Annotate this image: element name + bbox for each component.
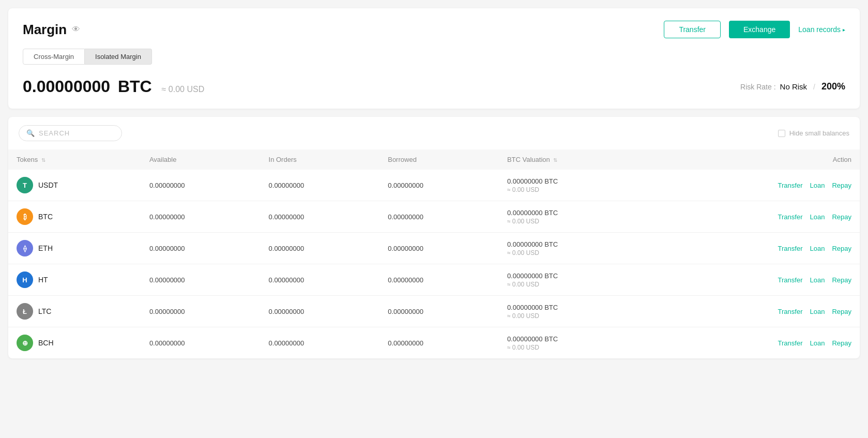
balance-btc-amount: 0.00000000 BTC bbox=[23, 77, 157, 96]
transfer-link-btc[interactable]: Transfer bbox=[778, 213, 803, 221]
transfer-link-ht[interactable]: Transfer bbox=[778, 276, 803, 284]
tab-cross-margin[interactable]: Cross-Margin bbox=[23, 49, 85, 65]
col-borrowed: Borrowed bbox=[379, 149, 499, 170]
repay-link-bch[interactable]: Repay bbox=[832, 339, 851, 347]
btc-valuation-eth: 0.00000000 BTC ≈ 0.00 USD bbox=[499, 233, 653, 264]
available-btc: 0.00000000 bbox=[141, 201, 261, 233]
col-tokens[interactable]: Tokens ⇅ bbox=[8, 149, 141, 170]
col-btc-valuation[interactable]: BTC Valuation ⇅ bbox=[499, 149, 653, 170]
loan-link-btc[interactable]: Loan bbox=[810, 213, 825, 221]
col-available: Available bbox=[141, 149, 261, 170]
risk-divider: / bbox=[813, 83, 815, 91]
token-cell-eth: ⟠ ETH bbox=[8, 233, 141, 264]
col-action: Action bbox=[653, 149, 860, 170]
token-cell-btc: ₿ BTC bbox=[8, 201, 141, 233]
hide-small-label: Hide small balances bbox=[789, 129, 849, 137]
hide-small-checkbox[interactable] bbox=[778, 130, 785, 137]
assets-table: Tokens ⇅ Available In Orders Borrowed BT… bbox=[8, 149, 860, 358]
sort-btcval-icon: ⇅ bbox=[553, 157, 557, 163]
btc-valuation-btc: 0.00000000 BTC ≈ 0.00 USD bbox=[499, 201, 653, 233]
repay-link-ht[interactable]: Repay bbox=[832, 276, 851, 284]
risk-rate-display: Risk Rate : No Risk / 200% bbox=[740, 81, 845, 92]
in-orders-ht: 0.00000000 bbox=[261, 264, 380, 296]
repay-link-btc[interactable]: Repay bbox=[832, 213, 851, 221]
ht-icon: H bbox=[17, 271, 33, 288]
search-box: 🔍 bbox=[19, 125, 122, 141]
loan-link-ltc[interactable]: Loan bbox=[810, 308, 825, 315]
bch-icon: ⊕ bbox=[17, 335, 33, 351]
table-row: Ł LTC 0.00000000 0.00000000 0.00000000 0… bbox=[8, 296, 860, 327]
search-input[interactable] bbox=[39, 129, 111, 137]
ltc-icon: Ł bbox=[17, 303, 33, 320]
repay-link-ltc[interactable]: Repay bbox=[832, 308, 851, 315]
repay-link-usdt[interactable]: Repay bbox=[832, 182, 851, 189]
margin-tabs: Cross-Margin Isolated Margin bbox=[23, 49, 845, 65]
balance-usd-approx: ≈ 0.00 USD bbox=[162, 85, 205, 94]
available-ltc: 0.00000000 bbox=[141, 296, 261, 327]
risk-label: Risk Rate : bbox=[740, 83, 775, 91]
eth-icon: ⟠ bbox=[17, 240, 33, 256]
ltc-name: LTC bbox=[38, 307, 51, 315]
usdt-name: USDT bbox=[38, 181, 58, 189]
sort-tokens-icon: ⇅ bbox=[41, 157, 45, 163]
in-orders-eth: 0.00000000 bbox=[261, 233, 380, 264]
token-cell-bch: ⊕ BCH bbox=[8, 327, 141, 359]
available-usdt: 0.00000000 bbox=[141, 170, 261, 201]
risk-percent: 200% bbox=[821, 81, 845, 92]
eth-name: ETH bbox=[38, 244, 53, 252]
loan-link-bch[interactable]: Loan bbox=[810, 339, 825, 347]
table-row: ⟠ ETH 0.00000000 0.00000000 0.00000000 0… bbox=[8, 233, 860, 264]
bch-name: BCH bbox=[38, 339, 54, 347]
btc-name: BTC bbox=[38, 213, 53, 221]
btc-valuation-ht: 0.00000000 BTC ≈ 0.00 USD bbox=[499, 264, 653, 296]
repay-link-eth[interactable]: Repay bbox=[832, 245, 851, 252]
loan-records-arrow-icon: ▸ bbox=[843, 27, 845, 33]
col-in-orders: In Orders bbox=[261, 149, 380, 170]
usdt-icon: T bbox=[17, 177, 33, 193]
transfer-link-ltc[interactable]: Transfer bbox=[778, 308, 803, 315]
available-eth: 0.00000000 bbox=[141, 233, 261, 264]
loan-link-eth[interactable]: Loan bbox=[810, 245, 825, 252]
risk-value: No Risk bbox=[780, 82, 808, 91]
borrowed-ht: 0.00000000 bbox=[379, 264, 499, 296]
loan-link-ht[interactable]: Loan bbox=[810, 276, 825, 284]
borrowed-bch: 0.00000000 bbox=[379, 327, 499, 359]
tab-isolated-margin[interactable]: Isolated Margin bbox=[85, 49, 152, 65]
btc-valuation-usdt: 0.00000000 BTC ≈ 0.00 USD bbox=[499, 170, 653, 201]
token-cell-ltc: Ł LTC bbox=[8, 296, 141, 327]
in-orders-ltc: 0.00000000 bbox=[261, 296, 380, 327]
token-cell-ht: H HT bbox=[8, 264, 141, 296]
balance-display: 0.00000000 BTC ≈ 0.00 USD bbox=[23, 77, 204, 96]
btc-icon: ₿ bbox=[17, 208, 33, 225]
loan-records-link[interactable]: Loan records ▸ bbox=[798, 25, 845, 34]
search-icon: 🔍 bbox=[26, 129, 35, 137]
transfer-link-eth[interactable]: Transfer bbox=[778, 245, 803, 252]
in-orders-bch: 0.00000000 bbox=[261, 327, 380, 359]
eye-icon[interactable]: 👁 bbox=[72, 25, 80, 34]
loan-link-usdt[interactable]: Loan bbox=[810, 182, 825, 189]
transfer-button[interactable]: Transfer bbox=[664, 21, 721, 38]
ht-name: HT bbox=[38, 276, 48, 284]
token-cell-usdt: T USDT bbox=[8, 170, 141, 201]
available-bch: 0.00000000 bbox=[141, 327, 261, 359]
btc-valuation-ltc: 0.00000000 BTC ≈ 0.00 USD bbox=[499, 296, 653, 327]
borrowed-usdt: 0.00000000 bbox=[379, 170, 499, 201]
borrowed-ltc: 0.00000000 bbox=[379, 296, 499, 327]
table-row: T USDT 0.00000000 0.00000000 0.00000000 … bbox=[8, 170, 860, 201]
transfer-link-bch[interactable]: Transfer bbox=[778, 339, 803, 347]
borrowed-btc: 0.00000000 bbox=[379, 201, 499, 233]
available-ht: 0.00000000 bbox=[141, 264, 261, 296]
hide-small-balances-toggle[interactable]: Hide small balances bbox=[778, 129, 849, 137]
table-row: H HT 0.00000000 0.00000000 0.00000000 0.… bbox=[8, 264, 860, 296]
page-title: Margin bbox=[23, 22, 67, 38]
borrowed-eth: 0.00000000 bbox=[379, 233, 499, 264]
in-orders-usdt: 0.00000000 bbox=[261, 170, 380, 201]
transfer-link-usdt[interactable]: Transfer bbox=[778, 182, 803, 189]
table-row: ₿ BTC 0.00000000 0.00000000 0.00000000 0… bbox=[8, 201, 860, 233]
table-row: ⊕ BCH 0.00000000 0.00000000 0.00000000 0… bbox=[8, 327, 860, 359]
btc-valuation-bch: 0.00000000 BTC ≈ 0.00 USD bbox=[499, 327, 653, 359]
in-orders-btc: 0.00000000 bbox=[261, 201, 380, 233]
exchange-button[interactable]: Exchange bbox=[729, 21, 790, 38]
